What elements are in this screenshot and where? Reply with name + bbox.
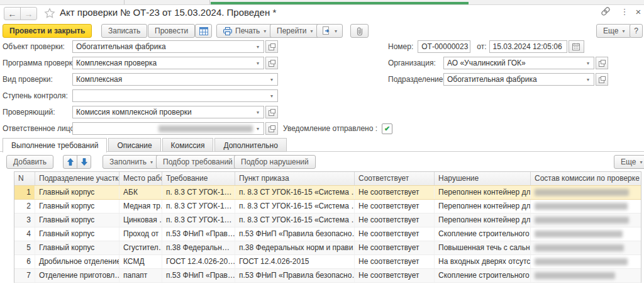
report-table-button[interactable] (195, 24, 212, 38)
tab-commission[interactable]: Комиссия (162, 138, 214, 152)
tab-requirements[interactable]: Выполнение требований (3, 138, 107, 152)
organization-input[interactable]: АО «Учалинский ГОК» ▾ (443, 57, 594, 69)
cell-compliance[interactable]: Не соответствует (355, 255, 435, 268)
cell-compliance[interactable]: Не соответствует (355, 186, 435, 199)
pick-requirements-button[interactable]: Подбор требований (156, 155, 240, 169)
cell-order-item[interactable]: п. 8.3 СТ УГОК-16-15 «Система … (235, 214, 355, 227)
cell-requirement[interactable]: п. 8.3 СТ УГОК-1… (162, 200, 235, 213)
pick-violations-button[interactable]: Подбор нарушений (234, 155, 316, 169)
table-row[interactable]: 2 Главный корпус Медная тр… п. 8.3 СТ УГ… (14, 200, 641, 214)
cell-requirement[interactable]: п.53 ФНиП «Прав… (162, 269, 235, 282)
cell-n[interactable]: 2 (14, 200, 35, 213)
cell-workplace[interactable]: АБК (119, 186, 162, 199)
date-input[interactable]: 15.03.2024 12:05:06 (489, 40, 567, 53)
cell-department[interactable]: Главный корпус (35, 227, 119, 241)
table-row[interactable]: 4 Главный корпус Проход от … п.53 ФНиП «… (14, 227, 641, 241)
cell-commission[interactable] (531, 227, 641, 241)
cell-requirement[interactable]: п.38 Федеральн… (162, 241, 235, 255)
cell-commission[interactable] (531, 255, 641, 268)
cell-violation[interactable]: Повышенная течь с сальн… (435, 241, 531, 255)
cell-requirement[interactable]: п. 8.3 СТ УГОК-1… (162, 214, 235, 227)
move-down-button[interactable] (77, 155, 91, 169)
cell-requirement[interactable]: ГОСТ 12.4.026-20… (162, 255, 235, 268)
number-input[interactable]: ОТ-00000023 (418, 40, 470, 53)
more-button-table[interactable]: Еще ▾ (614, 155, 644, 169)
cell-commission[interactable] (531, 186, 641, 199)
cell-order-item[interactable]: п.53 ФНиП «Правила безопасно… (235, 269, 355, 282)
table-row[interactable]: 5 Главный корпус Сгустител… п.38 Федерал… (14, 241, 641, 255)
chevron-down-icon[interactable]: ▾ (267, 77, 277, 83)
header-order-item[interactable]: Пункт приказа (235, 172, 355, 185)
fill-button[interactable]: Заполнить ▾ (103, 155, 160, 169)
cell-commission[interactable] (531, 214, 641, 227)
post-button[interactable]: Провести (148, 24, 195, 38)
field-input[interactable]: Обогатительная фабрика ▾ (72, 40, 264, 53)
add-row-button[interactable]: Добавить (6, 155, 53, 169)
cell-commission[interactable] (531, 200, 641, 213)
chevron-down-icon[interactable]: ▾ (253, 110, 263, 115)
cell-department[interactable]: Дробильное отделение (35, 255, 119, 268)
open-icon[interactable] (596, 73, 608, 86)
cell-order-item[interactable]: ГОСТ 12.4.026-2015 (235, 255, 355, 268)
cell-violation[interactable]: Переполнен контейнер дл… (435, 214, 531, 227)
open-icon[interactable] (265, 57, 278, 69)
field-input[interactable]: ▾ (72, 89, 278, 102)
cell-violation[interactable]: Скопление строительного … (435, 269, 531, 282)
field-input[interactable]: Комплексная ▾ (72, 73, 278, 86)
cell-department[interactable]: Главный корпус (35, 200, 119, 213)
cell-department[interactable]: Главный корпус (35, 241, 119, 255)
chevron-down-icon[interactable]: ▾ (253, 60, 263, 66)
favorite-star-icon[interactable] (44, 8, 55, 19)
cell-compliance[interactable]: Не соответствует (355, 200, 435, 213)
chevron-down-icon[interactable]: ▾ (583, 60, 593, 66)
cell-workplace[interactable]: папапт (119, 269, 162, 282)
help-button[interactable]: ? (630, 24, 643, 38)
header-n[interactable]: N (14, 172, 35, 185)
forward-button[interactable]: → (20, 7, 37, 20)
field-input[interactable]: Комплексная проверка ▾ (72, 57, 264, 69)
more-button-top[interactable]: Еще ▾ (596, 24, 631, 38)
cell-order-item[interactable]: п.38 Федеральных норм и прави… (235, 241, 355, 255)
calendar-icon[interactable] (569, 40, 584, 53)
open-icon[interactable] (265, 122, 278, 135)
cell-compliance[interactable]: Не соответствует (355, 269, 435, 282)
table-row[interactable]: 1 Главный корпус АБК п. 8.3 СТ УГОК-1… п… (14, 185, 641, 200)
cell-violation[interactable]: На входных дверях отсутс… (435, 255, 531, 268)
cell-n[interactable]: 3 (14, 214, 35, 227)
chevron-down-icon[interactable]: ▾ (253, 44, 263, 50)
cell-workplace[interactable]: Цинковая … (119, 214, 162, 227)
save-button[interactable]: Записать (101, 24, 147, 38)
send-button[interactable]: ▾ (316, 24, 343, 38)
open-icon[interactable] (265, 106, 278, 118)
cell-n[interactable]: 6 (14, 255, 35, 268)
cell-requirement[interactable]: п.53 ФНиП «Прав… (162, 227, 235, 241)
cell-requirement[interactable]: п. 8.3 СТ УГОК-1… (162, 186, 235, 199)
post-and-close-button[interactable]: Провести и закрыть (3, 24, 92, 38)
department-input[interactable]: Обогатительная фабрика ▾ (443, 73, 594, 86)
attachments-button[interactable] (350, 24, 369, 38)
cell-violation[interactable]: Скопление строительного … (435, 227, 531, 241)
chevron-down-icon[interactable]: ▾ (253, 126, 263, 132)
open-icon[interactable] (596, 57, 608, 69)
cell-department[interactable]: Главный корпус (35, 214, 119, 227)
cell-order-item[interactable]: п. 8.3 СТ УГОК-16-15 «Система … (235, 186, 355, 199)
chevron-down-icon[interactable]: ▾ (267, 93, 277, 99)
back-button[interactable]: ← (4, 7, 21, 20)
move-up-button[interactable] (63, 155, 77, 169)
cell-n[interactable]: 4 (14, 227, 35, 241)
notification-checkbox[interactable]: ✔ (382, 123, 392, 134)
cell-order-item[interactable]: п. 8.3 СТ УГОК-16-15 «Система … (235, 200, 355, 213)
close-icon[interactable]: × (633, 6, 644, 17)
header-department[interactable]: Подразделение участка (35, 172, 119, 185)
cell-workplace[interactable]: КСМД (119, 255, 162, 268)
tab-additional[interactable]: Дополнительно (214, 138, 286, 152)
cell-order-item[interactable]: п.53 ФНиП «Правила безопасно… (235, 227, 355, 241)
cell-commission[interactable] (531, 241, 641, 255)
get-link-icon[interactable] (600, 6, 611, 17)
table-row[interactable]: 7 Отделение приготовл… папапт п.53 ФНиП … (14, 269, 641, 283)
goto-button[interactable]: Перейти ▾ (270, 24, 320, 38)
tab-description[interactable]: Описание (108, 138, 160, 152)
cell-workplace[interactable]: Сгустител… (119, 241, 162, 255)
cell-violation[interactable]: Переполнен контейнер дл… (435, 200, 531, 213)
more-menu-icon[interactable]: ⋮ (619, 6, 630, 17)
